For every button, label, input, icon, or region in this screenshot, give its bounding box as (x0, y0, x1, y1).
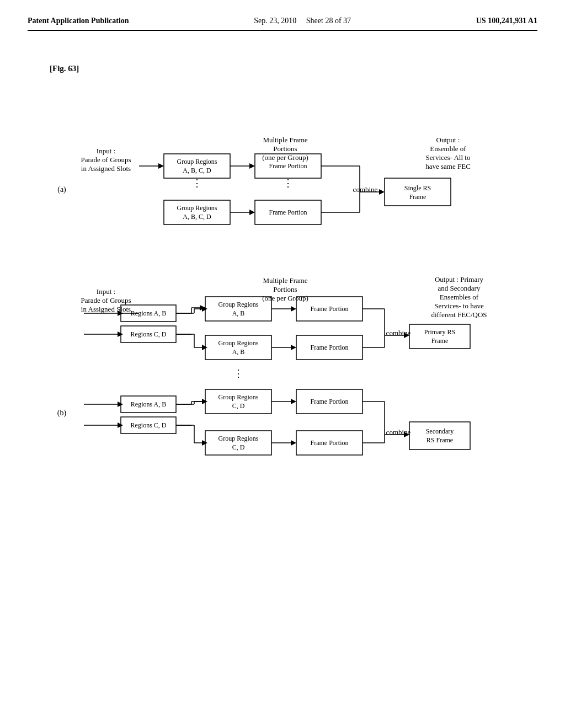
a-middle-sub2: (one per Group) (262, 153, 308, 162)
a-single-rs-line2: Frame (409, 193, 427, 201)
a-single-rs-box (385, 178, 451, 206)
a-arrowhead-input (158, 163, 164, 169)
b-output-sub3: Services- to have (434, 302, 484, 310)
b-output-sub1: and Secondary (438, 284, 481, 292)
a-label: (a) (57, 185, 66, 194)
b-frame-portion-4: Frame Portion (311, 439, 349, 447)
a-group-regions-top-line2: A, B, C, D (183, 167, 211, 174)
a-output-label: Output : (436, 136, 460, 144)
b-primary-rs-line2: Frame (431, 337, 449, 345)
b-group-cd-2-line1: Group Regions (218, 435, 259, 442)
b-group-ab-2-line1: Group Regions (218, 339, 259, 347)
b-arrowhead-ab-bot (118, 402, 123, 407)
b-output-label: Output : Primary (435, 275, 484, 283)
b-arrowhead-ab2-2 (202, 399, 207, 404)
a-output-sub2: Services- All to (426, 153, 471, 162)
b-arrowhead-cd-bot (118, 422, 123, 428)
b-group-cd-1-line2: C, D (232, 402, 245, 410)
header-right: US 100,241,931 A1 (476, 17, 537, 25)
b-secondary-rs-line1: Secondary (426, 427, 454, 435)
b-frame-portion-2: Frame Portion (311, 344, 349, 351)
b-middle-sub1: Portions (273, 285, 297, 293)
a-frame-portion-bot: Frame Portion (269, 208, 307, 216)
a-dots-right: ⋮ (283, 178, 293, 189)
header-center: Sep. 23, 2010 Sheet 28 of 37 (254, 17, 351, 25)
a-input-label: Input : (97, 147, 115, 155)
b-group-cd-1-line1: Group Regions (218, 393, 259, 401)
page: Patent Application Publication Sep. 23, … (0, 0, 565, 728)
b-label: (b) (57, 409, 67, 417)
diagram-svg: Input : Parade of Groups in Assigned Slo… (29, 84, 536, 614)
b-arrowhead-gcd1-fp3 (291, 399, 296, 404)
a-input-sub1: Parade of Groups (81, 156, 131, 164)
b-input-sub2: in Assigned Slots (81, 305, 131, 313)
a-arrowhead-combine (379, 189, 385, 195)
b-output-sub4: different FEC/QOS (431, 311, 487, 319)
a-output-sub1: Ensemble of (430, 144, 466, 153)
b-arrowhead-gab1-fp1 (291, 306, 296, 312)
b-dots: ⋮ (233, 368, 243, 379)
b-frame-portion-1: Frame Portion (311, 305, 349, 313)
diagram-area: Input : Parade of Groups in Assigned Slo… (28, 84, 537, 614)
b-input-label: Input : (97, 287, 115, 296)
b-regions-cd-2: Regions C, D (130, 421, 166, 429)
b-primary-rs-line1: Primary RS (424, 328, 455, 336)
a-middle-label: Multiple Frame (263, 136, 307, 144)
header-left: Patent Application Publication (28, 17, 129, 25)
header-sheet: Sheet 28 of 37 (306, 17, 351, 25)
b-group-cd-2-line2: C, D (232, 443, 245, 451)
a-dots-left: ⋮ (192, 178, 202, 189)
a-middle-sub1: Portions (273, 144, 297, 153)
a-frame-portion-top: Frame Portion (269, 162, 307, 170)
b-arrowhead-ab1-2 (202, 306, 207, 312)
b-arrowhead-cd2-2 (202, 440, 207, 446)
a-input-sub2: in Assigned Slots (81, 164, 131, 173)
b-frame-portion-3: Frame Portion (311, 398, 349, 405)
b-arrowhead-gab2-fp2 (291, 345, 296, 350)
b-arrowhead-cd1-2 (202, 345, 207, 350)
page-header: Patent Application Publication Sep. 23, … (28, 17, 537, 31)
b-regions-ab-2: Regions A, B (131, 400, 166, 408)
b-output-sub2: Ensembles of (440, 293, 479, 301)
a-output-sub3: have same FEC (425, 162, 471, 170)
a-group-regions-top-line1: Group Regions (177, 158, 217, 165)
a-single-rs-line1: Single RS (404, 184, 431, 192)
b-regions-cd-1: Regions C, D (130, 330, 166, 338)
b-middle-sub2: (one per Group) (262, 294, 308, 302)
b-secondary-rs-line2: RS Frame (427, 436, 453, 444)
b-input-sub1: Parade of Groups (81, 296, 131, 304)
b-middle-label: Multiple Frame (263, 276, 307, 285)
a-arrowhead-bot-gfp (249, 210, 255, 215)
b-group-ab-2-line2: A, B (232, 348, 245, 356)
b-secondary-rs-box (409, 422, 470, 449)
a-arrowhead-top-gfp (249, 163, 255, 169)
b-arrowhead-cd-top (118, 331, 123, 337)
a-group-regions-bot-line1: Group Regions (177, 204, 217, 212)
header-date: Sep. 23, 2010 (254, 17, 296, 25)
b-group-ab-1-line2: A, B (232, 309, 245, 317)
a-group-regions-bot-line2: A, B, C, D (183, 213, 211, 221)
b-group-ab-1-line1: Group Regions (218, 301, 259, 308)
figure-label: [Fig. 63] (50, 64, 537, 73)
b-arrowhead-gcd2-fp4 (291, 440, 296, 446)
